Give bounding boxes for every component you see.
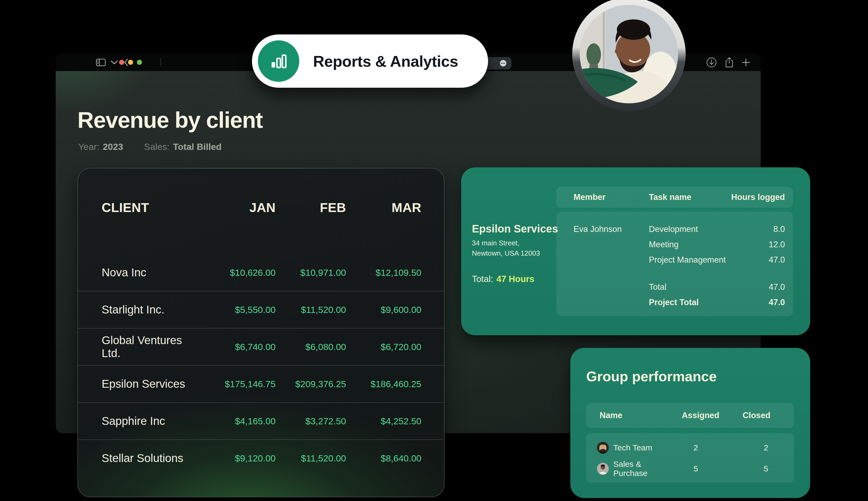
- profile-avatar[interactable]: [572, 0, 686, 111]
- feb-value: $10,971.00: [276, 267, 346, 278]
- table-row: Starlight Inc. $5,550.00 $11,520.00 $9,6…: [78, 291, 444, 328]
- sales-filter-label: Sales:: [144, 141, 170, 152]
- revenue-table-card: CLIENT JAN FEB MAR Nova Inc $10,626.00 $…: [77, 168, 444, 497]
- group-performance-body: Tech Team 2 2 Sales & Purchase 5 5: [586, 433, 794, 483]
- closed-count: 5: [719, 464, 770, 473]
- feb-value: $11,520.00: [276, 453, 346, 463]
- mar-value: $9,600.00: [346, 305, 421, 315]
- toolbar-divider: [161, 58, 161, 66]
- bar-chart-icon: [258, 40, 299, 82]
- client-name: Global Ventures Ltd.: [102, 334, 203, 360]
- new-tab-icon[interactable]: [740, 56, 752, 68]
- col-feb: FEB: [276, 200, 346, 215]
- col-jan: JAN: [203, 200, 276, 215]
- col-name: Name: [600, 411, 672, 420]
- group-performance-panel: Group performance Name Assigned Closed T…: [570, 348, 810, 498]
- avatar-photo: [580, 5, 678, 103]
- team-avatar: [597, 442, 609, 454]
- feb-value: $11,520.00: [276, 305, 346, 315]
- client-name: Starlight Inc.: [102, 303, 203, 316]
- client-name: Sapphire Inc: [102, 415, 203, 428]
- company-address: 34 main Street, Newtown, USA 12003: [472, 238, 540, 258]
- closed-count: 2: [719, 443, 770, 452]
- task-hours: 12.0: [769, 237, 785, 252]
- year-filter-label: Year:: [78, 141, 99, 152]
- company-name: Epsilon Services: [472, 223, 558, 235]
- total-row-hours: 47.0: [769, 279, 785, 295]
- address-line-2: Newtown, USA 12003: [472, 248, 540, 258]
- assigned-count: 2: [672, 443, 719, 452]
- timesheet-header: Member Task name Hours logged: [556, 187, 793, 208]
- jan-value: $10,626.00: [203, 267, 276, 278]
- col-mar: MAR: [346, 200, 421, 215]
- member-name: Eva Johnson: [573, 222, 649, 237]
- chevron-down-icon[interactable]: [108, 56, 120, 68]
- group-performance-title: Group performance: [586, 368, 717, 384]
- task-name: Development: [649, 222, 769, 237]
- client-name: Stellar Solutions: [102, 452, 203, 465]
- total-hours-label: Total:: [472, 274, 493, 284]
- year-filter-value[interactable]: 2023: [103, 141, 123, 152]
- table-row: Stellar Solutions $9,120.00 $11,520.00 $…: [78, 439, 444, 477]
- jan-value: $5,550.00: [203, 305, 276, 315]
- mar-value: $12,109.50: [346, 267, 421, 278]
- total-row-label: Total: [649, 279, 769, 295]
- table-row: Sapphire Inc $4,165.00 $3,272.50 $4,252.…: [78, 402, 444, 439]
- jan-value: $175,146.75: [203, 379, 276, 389]
- group-performance-header: Name Assigned Closed: [586, 403, 794, 428]
- client-name: Epsilon Services: [102, 377, 203, 391]
- download-icon[interactable]: [706, 56, 717, 68]
- team-avatar: [597, 463, 609, 475]
- task-name: Meeting: [649, 237, 769, 252]
- task-name: Project Management: [649, 252, 769, 267]
- mar-value: $186,460.25: [346, 379, 421, 389]
- more-options-icon[interactable]: •••: [500, 60, 506, 66]
- team-name: Tech Team: [613, 443, 652, 452]
- col-member: Member: [573, 192, 649, 202]
- page-filters: Year: 2023 Sales: Total Billed: [78, 141, 222, 152]
- total-hours: Total: 47 Hours: [472, 274, 534, 284]
- project-total-hours: 47.0: [769, 295, 785, 310]
- timesheet-panel: Epsilon Services 34 main Street, Newtown…: [461, 167, 810, 335]
- reports-tab-pill[interactable]: Reports & Analytics: [252, 34, 488, 88]
- tab-pill-title: Reports & Analytics: [299, 52, 488, 70]
- table-row: Global Ventures Ltd. $6,740.00 $6,080.00…: [78, 328, 444, 365]
- list-item: Tech Team 2 2: [597, 437, 770, 458]
- col-assigned: Assigned: [672, 411, 719, 420]
- address-line-1: 34 main Street,: [472, 238, 540, 248]
- assigned-count: 5: [672, 464, 719, 473]
- feb-value: $209,376.25: [276, 379, 346, 389]
- project-total-label: Project Total: [649, 295, 769, 310]
- back-icon[interactable]: [120, 56, 132, 68]
- col-hours-logged: Hours logged: [731, 192, 785, 202]
- jan-value: $4,165.00: [203, 416, 276, 426]
- total-hours-value: 47 Hours: [496, 274, 534, 284]
- table-row: Nova Inc $10,626.00 $10,971.00 $12,109.5…: [78, 254, 444, 291]
- table-row: Epsilon Services $175,146.75 $209,376.25…: [78, 365, 444, 402]
- sales-filter-value[interactable]: Total Billed: [173, 141, 222, 152]
- task-hours: 8.0: [769, 222, 785, 237]
- col-closed: Closed: [719, 411, 770, 420]
- jan-value: $9,120.00: [203, 453, 276, 463]
- mar-value: $8,640.00: [346, 453, 421, 463]
- list-item: Sales & Purchase 5 5: [597, 458, 770, 479]
- client-name: Nova Inc: [102, 266, 203, 279]
- col-task-name: Task name: [649, 192, 731, 202]
- feb-value: $3,272.50: [276, 416, 346, 426]
- task-hours: 47.0: [769, 252, 785, 267]
- mar-value: $4,252.50: [346, 416, 421, 426]
- feb-value: $6,080.00: [276, 342, 346, 352]
- col-client: CLIENT: [102, 200, 203, 215]
- team-name: Sales & Purchase: [613, 460, 672, 478]
- timesheet-body: Eva Johnson Development 8.0 Meeting 12.0…: [556, 212, 793, 316]
- revenue-table-header: CLIENT JAN FEB MAR: [78, 169, 444, 215]
- share-icon[interactable]: [723, 56, 735, 68]
- mar-value: $6,720.00: [346, 342, 421, 352]
- revenue-table-body: Nova Inc $10,626.00 $10,971.00 $12,109.5…: [78, 254, 444, 477]
- jan-value: $6,740.00: [203, 342, 276, 352]
- sidebar-toggle-icon[interactable]: [95, 56, 107, 68]
- page-title: Revenue by client: [77, 107, 263, 133]
- zoom-button[interactable]: [137, 60, 142, 65]
